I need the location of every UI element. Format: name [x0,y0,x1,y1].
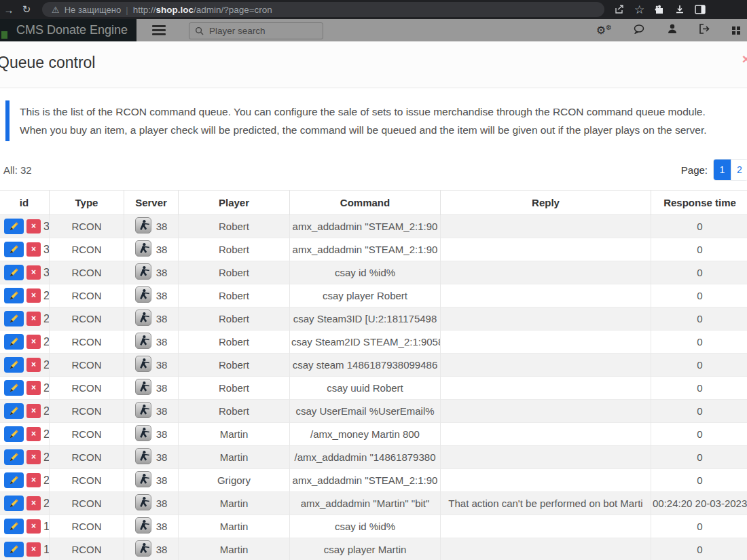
table-row: × 28 RCON 38 Robert csay Steam3 [0,307,747,331]
server-id: 38 [156,221,168,232]
pencil-icon [10,453,18,462]
delete-icon: × [31,314,36,323]
delete-button[interactable]: × [26,242,41,257]
delete-button[interactable]: × [26,542,41,557]
response-time-cell: 0 [651,261,747,284]
table-row: × 27 RCON 38 Robert csay Steam2 [0,331,747,354]
response-time-cell: 0 [651,469,747,492]
type-cell: RCON [50,284,124,307]
edit-button[interactable] [4,496,24,511]
browser-toolbar: → ↻ ⚠ Не защищено | http://shop.loc/admi… [0,0,747,19]
id-cell: × 29 [0,284,50,307]
edit-button[interactable] [4,334,24,350]
pencil-icon [10,245,18,254]
edit-button[interactable] [4,311,24,326]
edit-button[interactable] [4,357,24,373]
delete-button[interactable]: × [26,219,41,234]
url-text[interactable]: http://shop.loc/admin/?page=cron [133,5,272,15]
delete-button[interactable]: × [26,312,41,326]
side-panel-icon[interactable] [695,4,706,15]
counter-strike-icon [135,310,151,328]
command-cell: /amx_addadmin "14861879380 [290,446,441,469]
page-button-2[interactable]: 2 [731,160,747,180]
edit-button[interactable] [4,449,24,465]
bookmark-star-icon[interactable]: ☆ [634,3,644,17]
type-cell: RCON [50,492,124,515]
id-cell: × 27 [0,331,50,354]
delete-button[interactable]: × [26,404,41,418]
share-icon[interactable] [614,4,625,15]
command-cell: csay Steam3ID [U:2:181175498 [290,307,441,331]
info-text: This is the list of the RCON command que… [20,106,707,136]
response-time-cell: 0 [651,354,747,377]
download-icon[interactable] [674,4,685,15]
response-time-cell: 0 [651,538,747,560]
extensions-icon[interactable] [654,4,665,15]
delete-icon: × [31,544,36,554]
delete-button[interactable]: × [26,288,41,303]
security-label[interactable]: Не защищено [65,5,122,15]
id-cell: × 20 [0,492,50,515]
table-row: × 20 RCON 38 Martin amx_addadmi [0,492,747,515]
edit-button[interactable] [4,403,24,419]
delete-button[interactable]: × [26,473,41,487]
edit-button[interactable] [4,265,24,280]
row-id: 24 [43,405,50,417]
type-cell: RCON [50,354,124,377]
delete-button[interactable]: × [26,381,41,395]
delete-icon: × [31,337,36,346]
id-cell: × 23 [0,423,50,446]
column-header-player: Player [179,191,290,215]
type-cell: RCON [50,423,124,446]
delete-button[interactable]: × [26,427,41,441]
row-id: 30 [43,267,50,279]
edit-button[interactable] [4,242,24,257]
screen: → ↻ ⚠ Не защищено | http://shop.loc/admi… [0,0,747,560]
address-bar[interactable]: ⚠ Не защищено | http://shop.loc/admin/?p… [42,2,604,17]
edit-button[interactable] [4,219,24,234]
counter-strike-icon [135,402,151,420]
delete-button[interactable]: × [26,450,41,464]
edit-button[interactable] [4,472,24,488]
forward-icon[interactable]: → [0,4,18,16]
row-id: 27 [43,336,50,348]
server-cell: 38 [124,307,179,331]
edit-button[interactable] [4,380,24,396]
delete-icon: × [31,521,36,531]
reply-cell [441,354,651,377]
table-row: × 29 RCON 38 Robert csay player [0,284,747,307]
response-time-cell: 0 [651,238,747,261]
delete-icon: × [31,221,36,231]
edit-button[interactable] [4,288,24,303]
response-time-cell: 0 [651,284,747,307]
delete-button[interactable]: × [26,265,41,280]
reload-icon[interactable]: ↻ [18,3,35,16]
edit-button[interactable] [4,426,24,442]
delete-button[interactable]: × [26,335,41,349]
browser-actions: ☆ [614,3,706,17]
server-id: 38 [156,336,168,348]
counter-strike-icon [135,494,151,512]
server-cell: 38 [124,284,179,307]
edit-button[interactable] [4,542,24,557]
pagination: Page: 12 [681,159,747,181]
player-cell: Robert [179,284,290,307]
modal-backdrop [0,19,747,41]
page-button-1[interactable]: 1 [714,160,731,180]
player-cell: Robert [179,331,290,354]
response-time-cell: 0 [651,331,747,354]
delete-icon: × [31,244,36,254]
delete-button[interactable]: × [26,358,41,372]
delete-button[interactable]: × [26,496,41,510]
server-cell: 38 [124,354,179,377]
rcon-queue-table: idTypeServerPlayerCommandReplyResponse t… [0,190,747,560]
close-icon[interactable]: × [742,51,747,67]
player-cell: Martin [179,538,290,560]
server-cell: 38 [124,331,179,354]
modal-title: Queue control [0,54,95,72]
edit-button[interactable] [4,519,24,534]
table-row: × 26 RCON 38 Robert csay steam [0,354,747,377]
delete-icon: × [31,267,36,277]
delete-button[interactable]: × [26,519,41,534]
reply-cell [441,538,651,560]
